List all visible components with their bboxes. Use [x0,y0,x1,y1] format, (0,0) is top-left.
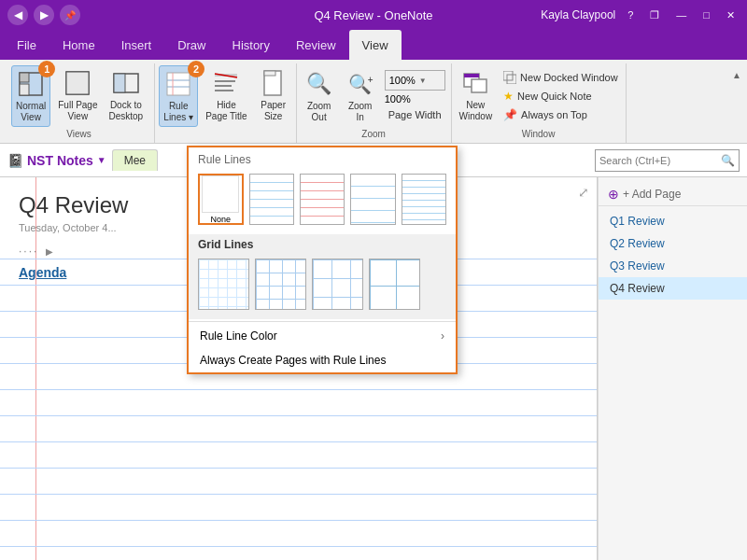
dock-to-desktop-button[interactable]: Dock toDesktop [105,65,147,125]
tab-history[interactable]: History [219,30,283,60]
always-on-top-icon: 📌 [503,108,517,121]
page-item-q4[interactable]: Q4 Review [599,277,747,300]
rule-lines-button[interactable]: RuleLines ▾ 2 [159,65,198,127]
expand-icon[interactable]: ⤢ [578,185,589,200]
svg-rect-6 [114,74,125,92]
page-item-q3[interactable]: Q3 Review [599,255,747,277]
ribbon-tabs: File Home Insert Draw History Review Vie… [0,30,747,60]
zoom-100-label: 100% [385,93,411,105]
zoom-out-icon: 🔍 [304,69,334,99]
new-window-label: NewWindow [459,100,493,122]
help-button[interactable]: ? [623,7,638,22]
collapse-ribbon-button[interactable]: ▲ [730,63,743,84]
zoom-percent-value: 100% [386,75,419,86]
tab-review[interactable]: Review [283,30,349,60]
rule-option-lines4[interactable] [402,174,446,225]
zoom-controls: 100% ▼ 100% Page Width [383,68,447,124]
svg-rect-20 [464,74,479,77]
views-group-label: Views [66,129,92,141]
lines2-preview [301,175,344,224]
rule-option-lines1[interactable] [249,174,294,225]
ribbon-group-show: RuleLines ▾ 2 HidePage Title [155,63,296,143]
section-tab-mee[interactable]: Mee [112,149,158,171]
full-page-view-icon [63,68,92,98]
new-window-icon [460,68,490,98]
add-page-button[interactable]: ⊕ + Add Page [599,183,747,206]
grid-option-2[interactable] [255,259,306,310]
ribbon-group-zoom: 🔍 ZoomOut 🔍+ ZoomIn 100% ▼ 100% Page Wid… [297,63,452,143]
maximize-button[interactable]: □ [698,7,714,22]
always-on-top-label: Always on Top [521,109,587,120]
search-icon[interactable]: 🔍 [721,154,735,167]
page-item-q2[interactable]: Q2 Review [599,232,747,255]
svg-rect-17 [264,71,275,76]
close-button[interactable]: ✕ [722,7,740,23]
zoom-in-icon: 🔍+ [345,69,375,99]
lines4-preview [402,175,445,224]
rule-line-color-label: Rule Line Color [200,329,277,343]
notebook-title[interactable]: 📓 NST Notes ▼ [7,153,106,168]
forward-button[interactable]: ▶ [34,5,54,25]
zoom-out-label: ZoomOut [307,101,331,123]
minimize-button[interactable]: — [671,7,691,22]
search-input[interactable] [599,155,721,166]
dropdown-separator [189,321,456,322]
grid-lines-header: Grid Lines [189,234,456,255]
grid2-preview [256,259,305,309]
full-page-view-button[interactable]: Full PageView [54,65,101,125]
add-page-label: + Add Page [623,188,681,201]
grid-option-1[interactable] [198,259,249,310]
tab-insert[interactable]: Insert [108,30,165,60]
zoom-percent-dropdown[interactable]: 100% ▼ [385,70,445,91]
grid-option-4[interactable] [369,259,420,310]
page-list: ⊕ + Add Page Q1 Review Q2 Review Q3 Revi… [598,177,747,560]
rule-lines-dropdown: Rule Lines None Grid Lines [187,146,458,374]
zoom-in-button[interactable]: 🔍+ ZoomIn [342,66,379,126]
zoom-out-button[interactable]: 🔍 ZoomOut [301,66,338,126]
badge-1: 1 [38,61,55,77]
none-label: None [211,215,232,224]
rule-line-color-item[interactable]: Rule Line Color › [189,324,456,348]
svg-rect-1 [20,73,29,82]
rule-option-lines2[interactable] [300,174,345,225]
quick-note-icon: ★ [503,90,514,103]
restore-button[interactable]: ❐ [645,7,664,23]
tab-file[interactable]: File [4,30,49,60]
normal-view-label: NormalView [16,101,46,123]
ribbon-group-window: NewWindow New Docked Window ★ New Quick … [452,63,627,143]
title-bar: ◀ ▶ 📌 Q4 Review - OneNote Kayla Claypool… [0,0,747,30]
title-bar-right: Kayla Claypool ? ❐ — □ ✕ [541,7,740,23]
none-option-content: None [202,175,239,224]
hide-page-title-button[interactable]: HidePage Title [202,65,250,125]
tab-view[interactable]: View [349,30,402,60]
rule-option-none[interactable]: None [198,174,244,225]
window-right-col: New Docked Window ★ New Quick Note 📌 Alw… [500,65,622,123]
rule-lines-options: None [189,170,456,234]
always-on-top-button[interactable]: 📌 Always on Top [500,106,622,123]
user-name: Kayla Claypool [541,8,615,21]
page-item-q1[interactable]: Q1 Review [599,210,747,232]
notebook-dropdown-arrow: ▼ [97,155,106,165]
normal-view-button[interactable]: NormalView 1 [11,65,50,127]
dock-to-desktop-icon [111,68,141,98]
grid-option-3[interactable] [312,259,363,310]
tab-home[interactable]: Home [49,30,108,60]
rule-option-lines3[interactable] [350,174,395,225]
new-docked-window-button[interactable]: New Docked Window [500,69,622,86]
rule-lines-section-label: Rule Lines [198,153,251,166]
page-width-button[interactable]: Page Width [385,107,445,122]
notebook-icon: 📓 [7,153,23,168]
back-button[interactable]: ◀ [7,5,28,25]
new-window-button[interactable]: NewWindow [456,65,497,125]
pin-button[interactable]: 📌 [60,5,80,25]
svg-rect-2 [20,84,29,95]
tab-draw[interactable]: Draw [164,30,218,60]
paper-size-label: PaperSize [261,100,286,122]
zoom-in-label: ZoomIn [348,101,373,123]
section-arrow: ▶ [46,246,53,257]
always-create-item[interactable]: Always Create Pages with Rule Lines [189,348,456,372]
new-quick-note-button[interactable]: ★ New Quick Note [500,88,622,105]
paper-size-button[interactable]: PaperSize [255,65,292,125]
paper-size-icon [259,68,289,98]
collapse-dots: ···· [19,245,38,258]
